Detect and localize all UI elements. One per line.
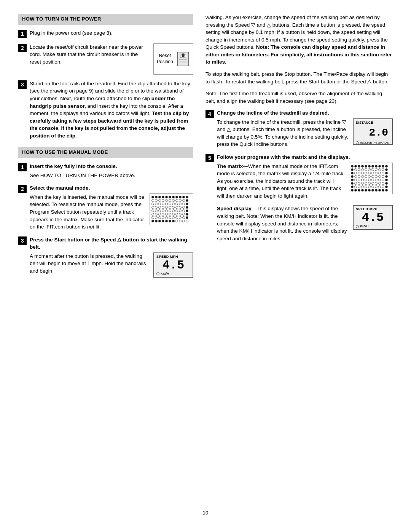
step-right-5-speed-text: Speed display—This display shows the spe… [217,205,349,242]
step-power-2-inline: Locate the reset/off circuit breaker nea… [30,43,193,75]
matrix-dot [172,203,175,205]
matrix-dot [175,203,178,205]
matrix-dot [365,168,367,171]
matrix-dot [351,182,354,185]
right-column: walking. As you exercise, change the spe… [206,14,393,502]
matrix-dot [182,216,185,219]
matrix-dot [155,203,158,205]
matrix-dot [365,185,367,188]
matrix-dot [351,179,354,181]
right-para-3: Note: The first time the treadmill is us… [206,90,393,105]
step-right-5-matrix-text: The matrix—When the manual mode or the i… [217,163,345,200]
matrix-dot [351,172,354,174]
matrix-dot [182,213,185,216]
matrix-dot [169,213,171,216]
matrix-dot [371,179,374,181]
step-manual-3-inline: A moment after the button is pressed, th… [30,252,193,278]
speed-bottom-left: KM/H [156,272,190,276]
step-manual-2-end: lit. [94,224,101,230]
matrix-dot [385,185,388,188]
matrix-dot [375,179,378,181]
step-right-5-title: Follow your progress with the matrix and… [217,153,393,161]
matrix-dot [155,199,158,202]
matrix-dot [151,206,154,209]
matrix-dot [375,189,378,192]
incline-sublabel: % GRADE [374,141,389,145]
matrix-dot [361,172,364,174]
step-power-1-num: 1 [18,30,27,38]
incline-bottom: INCLINE % GRADE [356,141,390,145]
right-para-1: walking. As you exercise, change the spe… [206,14,393,66]
matrix-dot [361,175,364,178]
matrix-dot [169,209,171,212]
matrix-dot [165,199,168,202]
step-manual-2-content: Select the manual mode. When the key is … [30,184,193,230]
matrix-dot [385,165,388,168]
matrix-dot [182,206,185,209]
matrix-dot [382,189,384,192]
matrix-grid-right [351,165,391,192]
step-power-3-content: Stand on the foot rails of the treadmill… [30,80,193,140]
matrix-dot [169,206,171,209]
matrix-dot [385,182,388,185]
matrix-dot [368,172,371,174]
matrix-dot [151,199,154,202]
step-power-1-text: Plug in the power cord (see page 8). [30,30,113,36]
step-manual-3-num: 3 [18,236,27,245]
matrix-dot [368,175,371,178]
matrix-dot [165,206,168,209]
matrix-dot [158,209,161,212]
kmh-indicator-right [356,225,359,228]
matrix-dot [382,172,384,174]
matrix-dot [169,216,171,219]
matrix-dot [385,189,388,192]
reset-box-label: Reset Position [157,53,173,65]
matrix-dot [375,165,378,168]
matrix-dot [165,196,168,198]
matrix-dot [186,216,188,219]
step-right-4-title: Change the incline of the treadmill as d… [217,109,393,117]
matrix-dot [382,175,384,178]
step-manual-3-text: A moment after the button is pressed, th… [30,252,150,275]
matrix-dot [378,182,381,185]
matrix-dot [368,165,371,168]
step-right-4-inline: To change the incline of the treadmill, … [217,118,393,148]
matrix-dot [378,189,381,192]
matrix-dot [358,189,360,192]
matrix-dot [172,220,175,222]
matrix-dot [361,189,364,192]
step-power-1-content: Plug in the power cord (see page 8). [30,29,193,38]
matrix-dot [162,209,164,212]
step-power-2-num: 2 [18,44,27,52]
section-power-header: HOW TO TURN ON THE POWER [18,14,193,25]
step-manual-1-title: Insert the key fully into the console. [30,163,193,170]
matrix-dot [182,203,185,205]
matrix-dot [358,168,360,171]
matrix-dot [151,220,154,222]
matrix-dot [172,206,175,209]
matrix-dot [179,203,182,205]
step-manual-1-num: 1 [18,163,27,171]
matrix-dot [151,203,154,205]
matrix-dot [179,196,182,198]
speed-display-small-left: SPEED MPH 4.5 KM/H [153,252,193,278]
matrix-dot [186,220,188,222]
matrix-dot [186,206,188,209]
matrix-dot [385,175,388,178]
matrix-dot [162,213,164,216]
matrix-dot [179,216,182,219]
matrix-dot [182,220,185,222]
step-right-5-matrix-row: The matrix—When the manual mode or the i… [217,163,393,200]
matrix-dot [186,209,188,212]
matrix-dot [375,182,378,185]
speed-value-left: 4.5 [156,259,190,272]
matrix-dot [172,199,175,202]
two-column-layout: HOW TO TURN ON THE POWER 1 Plug in the p… [18,14,393,502]
matrix-dots-box-right [349,163,393,194]
matrix-dot [371,189,374,192]
matrix-dot [354,175,357,178]
matrix-dot [378,168,381,171]
step-manual-1-text: See HOW TO TURN ON THE POWER above. [30,172,193,179]
matrix-dot [151,196,154,198]
step-manual-2-inline: When the key is inserted, the manual mod… [30,193,193,231]
